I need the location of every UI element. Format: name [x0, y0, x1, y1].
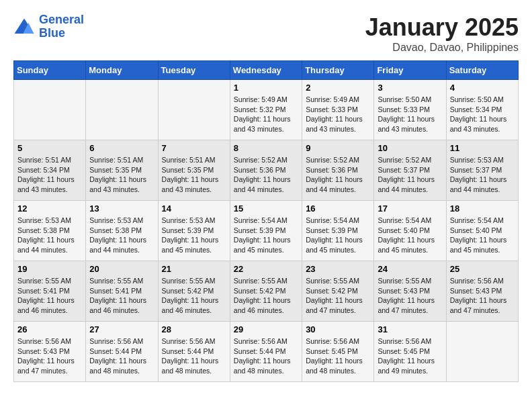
calendar-week-row: 12Sunrise: 5:53 AM Sunset: 5:38 PM Dayli… — [14, 201, 519, 261]
calendar-cell: 29Sunrise: 5:56 AM Sunset: 5:44 PM Dayli… — [230, 322, 302, 382]
calendar-cell: 11Sunrise: 5:53 AM Sunset: 5:37 PM Dayli… — [446, 140, 518, 201]
day-number: 20 — [89, 264, 154, 274]
day-number: 16 — [306, 203, 370, 214]
day-info: Sunrise: 5:50 AM Sunset: 5:33 PM Dayligh… — [378, 95, 442, 134]
calendar-cell — [158, 80, 230, 140]
calendar-cell — [14, 80, 86, 140]
calendar-cell: 18Sunrise: 5:54 AM Sunset: 5:40 PM Dayli… — [446, 201, 518, 261]
day-number: 7 — [162, 143, 226, 153]
day-number: 26 — [17, 324, 82, 334]
day-number: 23 — [306, 264, 370, 274]
header-tuesday: Tuesday — [158, 61, 230, 80]
calendar-cell: 9Sunrise: 5:52 AM Sunset: 5:36 PM Daylig… — [302, 140, 374, 201]
calendar-cell: 19Sunrise: 5:55 AM Sunset: 5:41 PM Dayli… — [14, 261, 86, 322]
day-info: Sunrise: 5:51 AM Sunset: 5:34 PM Dayligh… — [17, 155, 82, 195]
day-number: 21 — [162, 264, 226, 274]
day-info: Sunrise: 5:55 AM Sunset: 5:42 PM Dayligh… — [162, 276, 226, 316]
day-number: 18 — [450, 203, 515, 214]
day-number: 24 — [378, 264, 442, 274]
calendar-cell: 26Sunrise: 5:56 AM Sunset: 5:43 PM Dayli… — [14, 322, 86, 382]
day-number: 10 — [378, 143, 442, 153]
day-number: 31 — [378, 324, 442, 334]
header-friday: Friday — [374, 61, 446, 80]
day-info: Sunrise: 5:49 AM Sunset: 5:33 PM Dayligh… — [306, 95, 370, 134]
day-info: Sunrise: 5:56 AM Sunset: 5:44 PM Dayligh… — [162, 336, 226, 376]
day-number: 8 — [234, 143, 298, 153]
calendar-cell: 27Sunrise: 5:56 AM Sunset: 5:44 PM Dayli… — [86, 322, 158, 382]
day-info: Sunrise: 5:52 AM Sunset: 5:36 PM Dayligh… — [306, 155, 370, 195]
day-info: Sunrise: 5:56 AM Sunset: 5:44 PM Dayligh… — [89, 336, 154, 376]
day-info: Sunrise: 5:56 AM Sunset: 5:44 PM Dayligh… — [234, 336, 298, 376]
day-info: Sunrise: 5:52 AM Sunset: 5:36 PM Dayligh… — [234, 155, 298, 195]
calendar-cell: 12Sunrise: 5:53 AM Sunset: 5:38 PM Dayli… — [14, 201, 86, 261]
calendar-cell: 25Sunrise: 5:56 AM Sunset: 5:43 PM Dayli… — [446, 261, 518, 322]
day-info: Sunrise: 5:54 AM Sunset: 5:39 PM Dayligh… — [306, 216, 370, 255]
day-number: 14 — [162, 203, 226, 214]
calendar-cell: 23Sunrise: 5:55 AM Sunset: 5:42 PM Dayli… — [302, 261, 374, 322]
logo-line2: Blue — [39, 26, 65, 40]
day-number: 5 — [17, 143, 82, 153]
calendar-cell: 14Sunrise: 5:53 AM Sunset: 5:39 PM Dayli… — [158, 201, 230, 261]
calendar-cell: 1Sunrise: 5:49 AM Sunset: 5:32 PM Daylig… — [230, 80, 302, 140]
calendar-cell: 4Sunrise: 5:50 AM Sunset: 5:34 PM Daylig… — [446, 80, 518, 140]
calendar-cell — [86, 80, 158, 140]
calendar-cell: 10Sunrise: 5:52 AM Sunset: 5:37 PM Dayli… — [374, 140, 446, 201]
calendar-cell: 13Sunrise: 5:53 AM Sunset: 5:38 PM Dayli… — [86, 201, 158, 261]
calendar-cell: 20Sunrise: 5:55 AM Sunset: 5:41 PM Dayli… — [86, 261, 158, 322]
day-number: 22 — [234, 264, 298, 274]
day-number: 27 — [89, 324, 154, 334]
calendar-cell — [446, 322, 518, 382]
calendar-cell: 28Sunrise: 5:56 AM Sunset: 5:44 PM Dayli… — [158, 322, 230, 382]
day-info: Sunrise: 5:56 AM Sunset: 5:45 PM Dayligh… — [306, 336, 370, 376]
day-number: 25 — [450, 264, 515, 274]
calendar-cell: 7Sunrise: 5:51 AM Sunset: 5:35 PM Daylig… — [158, 140, 230, 201]
day-info: Sunrise: 5:55 AM Sunset: 5:41 PM Dayligh… — [89, 276, 154, 316]
header-wednesday: Wednesday — [230, 61, 302, 80]
calendar-cell: 22Sunrise: 5:55 AM Sunset: 5:42 PM Dayli… — [230, 261, 302, 322]
calendar-cell: 16Sunrise: 5:54 AM Sunset: 5:39 PM Dayli… — [302, 201, 374, 261]
day-info: Sunrise: 5:49 AM Sunset: 5:32 PM Dayligh… — [234, 95, 298, 134]
day-number: 2 — [306, 83, 370, 93]
calendar-cell: 8Sunrise: 5:52 AM Sunset: 5:36 PM Daylig… — [230, 140, 302, 201]
calendar-week-row: 5Sunrise: 5:51 AM Sunset: 5:34 PM Daylig… — [14, 140, 519, 201]
day-info: Sunrise: 5:54 AM Sunset: 5:39 PM Dayligh… — [234, 216, 298, 255]
calendar-cell: 21Sunrise: 5:55 AM Sunset: 5:42 PM Dayli… — [158, 261, 230, 322]
day-number: 1 — [234, 83, 298, 93]
header-thursday: Thursday — [302, 61, 374, 80]
day-info: Sunrise: 5:53 AM Sunset: 5:38 PM Dayligh… — [17, 216, 82, 255]
day-info: Sunrise: 5:50 AM Sunset: 5:34 PM Dayligh… — [450, 95, 515, 134]
calendar-cell: 15Sunrise: 5:54 AM Sunset: 5:39 PM Dayli… — [230, 201, 302, 261]
calendar-cell: 6Sunrise: 5:51 AM Sunset: 5:35 PM Daylig… — [86, 140, 158, 201]
calendar-cell: 30Sunrise: 5:56 AM Sunset: 5:45 PM Dayli… — [302, 322, 374, 382]
day-info: Sunrise: 5:56 AM Sunset: 5:43 PM Dayligh… — [17, 336, 82, 376]
day-info: Sunrise: 5:55 AM Sunset: 5:43 PM Dayligh… — [378, 276, 442, 316]
logo-text: General Blue — [39, 13, 84, 40]
day-info: Sunrise: 5:53 AM Sunset: 5:37 PM Dayligh… — [450, 155, 515, 195]
calendar-table: SundayMondayTuesdayWednesdayThursdayFrid… — [13, 60, 519, 382]
day-info: Sunrise: 5:56 AM Sunset: 5:43 PM Dayligh… — [450, 276, 515, 316]
day-number: 19 — [17, 264, 82, 274]
day-info: Sunrise: 5:55 AM Sunset: 5:42 PM Dayligh… — [306, 276, 370, 316]
day-number: 12 — [17, 203, 82, 214]
day-info: Sunrise: 5:56 AM Sunset: 5:45 PM Dayligh… — [378, 336, 442, 376]
day-number: 3 — [378, 83, 442, 93]
day-info: Sunrise: 5:52 AM Sunset: 5:37 PM Dayligh… — [378, 155, 442, 195]
day-number: 30 — [306, 324, 370, 334]
day-number: 11 — [450, 143, 515, 153]
page-header: General Blue January 2025 Davao, Davao, … — [13, 13, 519, 54]
calendar-week-row: 19Sunrise: 5:55 AM Sunset: 5:41 PM Dayli… — [14, 261, 519, 322]
header-sunday: Sunday — [14, 61, 86, 80]
day-number: 15 — [234, 203, 298, 214]
calendar-cell: 24Sunrise: 5:55 AM Sunset: 5:43 PM Dayli… — [374, 261, 446, 322]
day-number: 29 — [234, 324, 298, 334]
day-info: Sunrise: 5:53 AM Sunset: 5:38 PM Dayligh… — [89, 216, 154, 255]
header-saturday: Saturday — [446, 61, 518, 80]
calendar-header-row: SundayMondayTuesdayWednesdayThursdayFrid… — [14, 61, 519, 80]
month-title: January 2025 — [365, 13, 519, 42]
day-info: Sunrise: 5:54 AM Sunset: 5:40 PM Dayligh… — [450, 216, 515, 255]
day-number: 9 — [306, 143, 370, 153]
calendar-cell: 2Sunrise: 5:49 AM Sunset: 5:33 PM Daylig… — [302, 80, 374, 140]
calendar-cell: 5Sunrise: 5:51 AM Sunset: 5:34 PM Daylig… — [14, 140, 86, 201]
day-info: Sunrise: 5:54 AM Sunset: 5:40 PM Dayligh… — [378, 216, 442, 255]
calendar-week-row: 26Sunrise: 5:56 AM Sunset: 5:43 PM Dayli… — [14, 322, 519, 382]
